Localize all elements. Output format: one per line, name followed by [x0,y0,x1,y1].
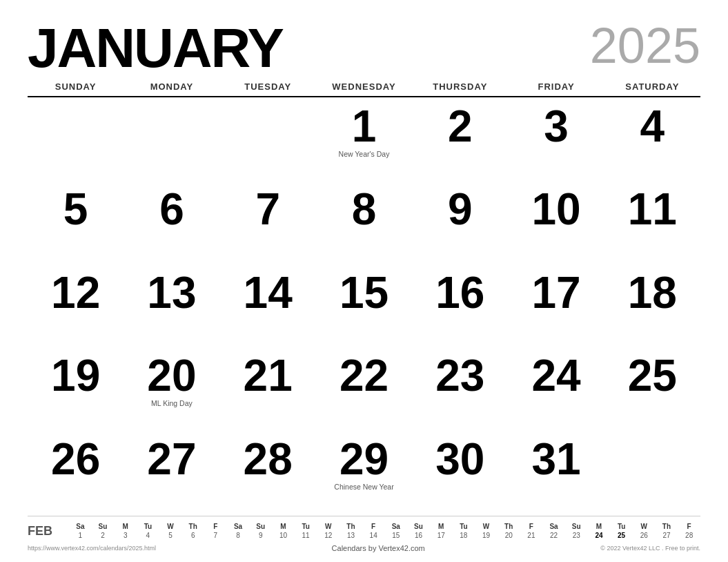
footer-center: Calendars by Vertex42.com [332,544,425,552]
footer-row: https://www.vertex42.com/calendars/2025.… [28,540,700,555]
mini-date-cell: 20 [498,531,520,540]
calendar-cell: 19 [28,349,124,432]
mini-date-cell: 14 [362,531,385,540]
footer-left: https://www.vertex42.com/calendars/2025.… [28,545,156,552]
date-number: 1 [352,104,377,148]
calendar-cell: 12 [28,267,124,349]
footer-right: © 2022 Vertex42 LLC . Free to print. [600,545,700,552]
date-number: 12 [51,271,100,315]
calendar-cell: 3 [508,100,604,183]
calendar-cell: 15 [316,267,412,349]
calendar-cell [604,433,700,516]
date-number: 19 [51,353,100,398]
mini-header-cell: Sa [227,522,250,531]
mini-header-cell: F [678,522,700,531]
date-number: 8 [352,187,377,231]
calendar-cell: 4 [604,100,700,183]
calendar-cell: 21 [220,349,316,432]
mini-date-cell: 7 [204,531,227,540]
date-number: 14 [244,271,293,315]
mini-date-cell: 5 [159,531,182,540]
calendar-cell: 13 [124,267,219,349]
mini-header-cell: M [272,522,295,531]
mini-header-cell: W [633,522,656,531]
mini-header-cell: Su [92,522,115,531]
date-number: 17 [531,271,580,315]
holiday-text: New Year's Day [323,150,405,159]
calendar-cell: 1New Year's Day [316,100,412,183]
mini-date-cell: 16 [407,531,430,540]
mini-date-cell: 13 [340,531,362,540]
mini-header-cell: F [520,522,543,531]
mini-header-cell: Tu [137,522,159,531]
calendar-grid: 1New Year's Day2345678910111213141516171… [28,100,700,516]
mini-date-cell: 10 [272,531,295,540]
date-number: 20 [147,353,196,398]
month-title: JANUARY [28,21,283,76]
calendar-cell: 8 [316,183,412,266]
mini-header-cell: M [430,522,453,531]
date-number: 29 [340,437,388,481]
date-number: 23 [435,353,484,398]
mini-header-cell: Th [340,522,362,531]
mini-header-cell: Tu [295,522,317,531]
date-number: 18 [628,271,677,315]
date-number: 16 [435,271,484,315]
mini-date-cell: 17 [430,531,453,540]
mini-date-cell: 2 [92,531,115,540]
mini-date-cell: 15 [384,531,407,540]
calendar-cell: 9 [412,183,508,266]
calendar-cell: 11 [604,183,700,266]
calendar-cell: 6 [124,183,219,266]
date-number: 24 [531,353,580,398]
date-number: 26 [51,437,100,481]
header-row: JANUARY 2025 [28,21,700,76]
calendar-cell: 28 [220,433,316,516]
calendar-cell: 24 [508,349,604,432]
mini-header-cell: W [159,522,182,531]
date-number: 7 [255,187,280,231]
mini-date-cell: 25 [610,531,633,540]
holiday-text: Chinese New Year [323,483,405,492]
mini-date-cell: 11 [295,531,317,540]
date-number: 22 [340,353,388,398]
date-number: 21 [244,353,293,398]
calendar-cell: 29Chinese New Year [316,433,412,516]
year-title: 2025 [590,21,700,70]
mini-header-cell: M [114,522,137,531]
calendar-cell: 5 [28,183,124,266]
calendar-cell [220,100,316,183]
mini-date-cell: 6 [181,531,204,540]
calendar-container: JANUARY 2025 SUNDAY MONDAY TUESDAY WEDNE… [0,0,728,562]
date-number: 13 [147,271,196,315]
calendar-cell [28,100,124,183]
date-number: 30 [435,437,484,481]
mini-header-cell: Th [498,522,520,531]
mini-header-cell: Sa [69,522,92,531]
mini-header-cell: Sa [384,522,407,531]
mini-date-cell: 9 [249,531,272,540]
mini-header-cell: W [317,522,340,531]
calendar-cell [124,100,219,183]
day-tuesday: TUESDAY [220,81,316,92]
mini-date-cell: 24 [588,531,611,540]
mini-calendar-section: FEB SaSuMTuWThFSaSuMTuWThFSaSuMTuWThFSaS… [28,516,700,540]
date-number: 25 [628,353,677,398]
date-number: 27 [147,437,196,481]
day-friday: FRIDAY [508,81,604,92]
mini-date-cell: 23 [565,531,588,540]
mini-header-cell: Su [565,522,588,531]
date-number: 28 [244,437,293,481]
day-sunday: SUNDAY [28,81,124,92]
mini-grid: SaSuMTuWThFSaSuMTuWThFSaSuMTuWThFSaSuMTu… [69,522,700,540]
mini-header-cell: M [588,522,611,531]
calendar-cell: 27 [124,433,219,516]
mini-header-cell: Su [249,522,272,531]
mini-date-cell: 1 [69,531,92,540]
calendar-cell: 22 [316,349,412,432]
date-number: 11 [628,187,677,231]
mini-header-cell: Tu [453,522,475,531]
mini-date-cell: 18 [453,531,475,540]
mini-date-cell: 19 [475,531,498,540]
date-number: 15 [340,271,388,315]
